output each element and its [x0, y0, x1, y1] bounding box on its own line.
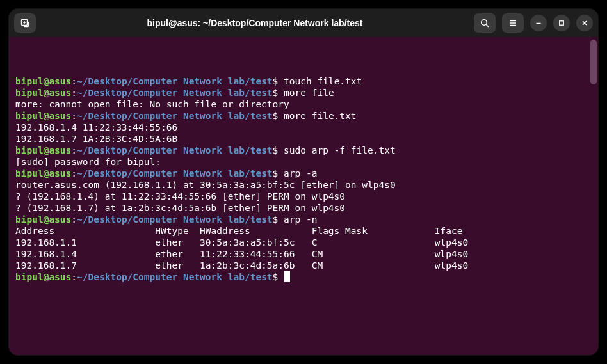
terminal-window: bipul@asus: ~/Desktop/Computer Network l… — [9, 9, 598, 355]
output-text: router.asus.com (192.168.1.1) at 30:5a:3… — [15, 180, 396, 190]
scrollbar-thumb[interactable] — [590, 40, 597, 84]
svg-rect-2 — [560, 21, 563, 25]
prompt-separator: : — [71, 88, 77, 98]
output-text: 192.168.1.4 ether 11:22:33:44:55:66 CM w… — [15, 249, 468, 259]
prompt-user: bipul@asus — [15, 111, 71, 121]
terminal-line: 192.168.1.7 1A:2B:3C:4D:5A:6B — [15, 133, 592, 145]
prompt-path: ~/Desktop/Computer Network lab/test — [77, 168, 273, 178]
prompt-path: ~/Desktop/Computer Network lab/test — [77, 76, 273, 86]
terminal-line: 192.168.1.1 ether 30:5a:3a:a5:bf:5c C wl… — [15, 237, 592, 248]
titlebar: bipul@asus: ~/Desktop/Computer Network l… — [9, 9, 598, 37]
command-text: touch file.txt — [284, 76, 362, 86]
search-button[interactable] — [474, 13, 496, 33]
output-text: 192.168.1.1 ether 30:5a:3a:a5:bf:5c C wl… — [15, 237, 468, 248]
terminal-line: router.asus.com (192.168.1.1) at 30:5a:3… — [15, 179, 592, 191]
terminal-line: Address HWtype HWaddress Flags Mask Ifac… — [15, 225, 592, 237]
prompt-path: ~/Desktop/Computer Network lab/test — [77, 111, 273, 121]
command-text: arp -n — [284, 214, 317, 225]
terminal-line: [sudo] password for bipul: — [15, 156, 592, 168]
prompt-symbol: $ — [273, 168, 284, 178]
titlebar-right — [474, 13, 593, 33]
prompt-symbol: $ — [273, 272, 284, 282]
prompt-user: bipul@asus — [15, 76, 71, 86]
prompt-separator: : — [71, 111, 77, 121]
output-text: ? (192.168.1.4) at 11:22:33:44:55:66 [et… — [15, 191, 345, 202]
command-text: sudo arp -f file.txt — [284, 145, 396, 155]
prompt-user: bipul@asus — [15, 145, 71, 155]
command-text: more file — [284, 88, 334, 98]
cursor — [284, 271, 290, 282]
titlebar-left — [14, 13, 36, 33]
prompt-path: ~/Desktop/Computer Network lab/test — [77, 214, 273, 225]
prompt-user: bipul@asus — [15, 272, 71, 282]
terminal-line: bipul@asus:~/Desktop/Computer Network la… — [15, 75, 592, 87]
prompt-separator: : — [71, 76, 77, 86]
terminal-line: ? (192.168.1.4) at 11:22:33:44:55:66 [et… — [15, 191, 592, 202]
prompt-symbol: $ — [273, 76, 284, 86]
prompt-separator: : — [71, 145, 77, 155]
prompt-symbol: $ — [273, 145, 284, 155]
prompt-path: ~/Desktop/Computer Network lab/test — [77, 88, 273, 98]
prompt-path: ~/Desktop/Computer Network lab/test — [77, 145, 273, 155]
terminal-line: ? (192.168.1.7) at 1a:2b:3c:4d:5a:6b [et… — [15, 202, 592, 214]
terminal-line: 192.168.1.4 11:22:33:44:55:66 — [15, 122, 592, 133]
maximize-button[interactable] — [553, 15, 570, 31]
command-text: more file.txt — [284, 111, 357, 121]
command-text: arp -a — [284, 168, 317, 178]
terminal-body[interactable]: bipul@asus:~/Desktop/Computer Network la… — [9, 37, 598, 355]
prompt-symbol: $ — [273, 214, 284, 225]
svg-point-1 — [482, 20, 487, 26]
prompt-path: ~/Desktop/Computer Network lab/test — [77, 272, 273, 282]
prompt-user: bipul@asus — [15, 88, 71, 98]
output-text: ? (192.168.1.7) at 1a:2b:3c:4d:5a:6b [et… — [15, 203, 345, 213]
prompt-symbol: $ — [273, 111, 284, 121]
terminal-line: bipul@asus:~/Desktop/Computer Network la… — [15, 87, 592, 99]
terminal-line: bipul@asus:~/Desktop/Computer Network la… — [15, 271, 592, 283]
output-text: 192.168.1.7 1A:2B:3C:4D:5A:6B — [15, 134, 177, 144]
new-tab-button[interactable] — [14, 13, 36, 33]
output-text: [sudo] password for bipul: — [15, 157, 166, 167]
output-text: more: cannot open file: No such file or … — [15, 99, 289, 109]
prompt-user: bipul@asus — [15, 168, 71, 178]
output-text: 192.168.1.4 11:22:33:44:55:66 — [15, 122, 177, 132]
terminal-line: bipul@asus:~/Desktop/Computer Network la… — [15, 145, 592, 156]
prompt-separator: : — [71, 214, 77, 225]
prompt-separator: : — [71, 272, 77, 282]
prompt-symbol: $ — [273, 88, 284, 98]
window-title: bipul@asus: ~/Desktop/Computer Network l… — [41, 18, 469, 28]
minimize-button[interactable] — [530, 15, 547, 31]
terminal-line: bipul@asus:~/Desktop/Computer Network la… — [15, 214, 592, 225]
prompt-user: bipul@asus — [15, 214, 71, 225]
close-button[interactable] — [576, 15, 593, 31]
output-text: 192.168.1.7 ether 1a:2b:3c:4d:5a:6b CM w… — [15, 260, 468, 271]
terminal-line: 192.168.1.7 ether 1a:2b:3c:4d:5a:6b CM w… — [15, 260, 592, 271]
menu-button[interactable] — [502, 13, 524, 33]
terminal-line: 192.168.1.4 ether 11:22:33:44:55:66 CM w… — [15, 248, 592, 260]
prompt-separator: : — [71, 168, 77, 178]
terminal-line: bipul@asus:~/Desktop/Computer Network la… — [15, 110, 592, 122]
terminal-line: more: cannot open file: No such file or … — [15, 99, 592, 110]
output-text: Address HWtype HWaddress Flags Mask Ifac… — [15, 226, 462, 236]
terminal-line: bipul@asus:~/Desktop/Computer Network la… — [15, 168, 592, 179]
